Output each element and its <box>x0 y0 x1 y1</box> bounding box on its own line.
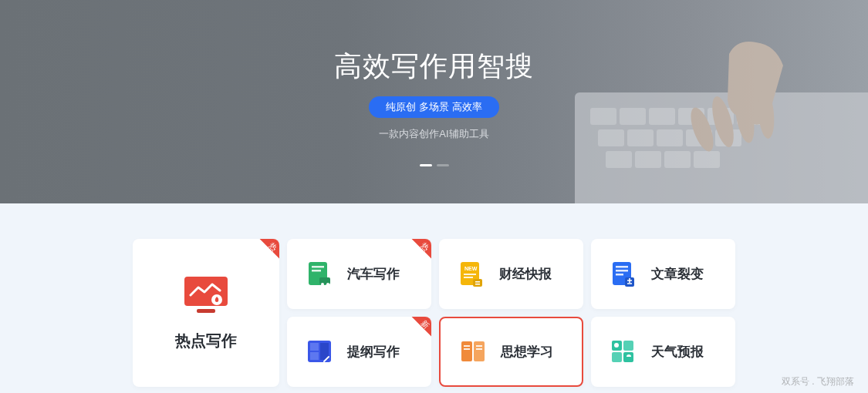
featured-card-hot-writing[interactable]: 热 热点写作 <box>133 239 279 387</box>
svg-rect-38 <box>616 270 628 272</box>
analytics-monitor-icon <box>183 275 229 315</box>
card-article-split[interactable]: 文章裂变 <box>591 239 735 309</box>
card-label: 提纲写作 <box>347 343 400 361</box>
svg-rect-33 <box>473 279 482 287</box>
book-icon <box>459 338 487 366</box>
svg-point-28 <box>326 283 329 286</box>
svg-rect-49 <box>476 345 482 347</box>
card-finance-news[interactable]: NEW 财经快报 <box>439 239 583 309</box>
svg-rect-1 <box>590 108 616 125</box>
hot-badge: 热 <box>252 239 279 267</box>
document-split-icon <box>610 260 637 288</box>
svg-rect-39 <box>616 274 623 276</box>
svg-rect-52 <box>623 341 633 351</box>
card-label: 汽车写作 <box>347 265 400 283</box>
hot-badge: 热 <box>404 239 431 267</box>
hero-subtitle: 一款内容创作AI辅助工具 <box>379 127 488 141</box>
svg-rect-21 <box>197 309 215 313</box>
watermark-text: 双系号 . 飞翔部落 <box>782 375 854 388</box>
card-label: 文章裂变 <box>651 265 704 283</box>
card-weather-forecast[interactable]: 天气预报 <box>591 317 735 387</box>
carousel-dot-2[interactable] <box>437 164 449 166</box>
svg-rect-15 <box>694 151 720 168</box>
svg-rect-25 <box>312 270 321 272</box>
carousel-dots[interactable] <box>420 164 449 166</box>
svg-rect-50 <box>476 348 482 350</box>
card-auto-writing[interactable]: 热 汽车写作 <box>287 239 431 309</box>
hero-title: 高效写作用智搜 <box>334 48 534 86</box>
hero-tagline-pill: 纯原创 多场景 高效率 <box>369 96 498 118</box>
svg-rect-31 <box>464 274 476 275</box>
card-grid: 热 汽车写作 NEW 财经快报 <box>287 239 735 387</box>
svg-rect-45 <box>461 341 472 361</box>
svg-rect-9 <box>657 129 683 146</box>
svg-rect-37 <box>616 266 628 268</box>
svg-point-55 <box>614 343 619 348</box>
document-car-icon <box>306 260 333 288</box>
hero-illustration <box>544 0 868 203</box>
svg-rect-53 <box>612 352 622 362</box>
card-label: 思想学习 <box>501 343 553 361</box>
weather-tiles-icon <box>610 338 637 366</box>
svg-rect-13 <box>635 151 661 168</box>
svg-rect-2 <box>620 108 646 125</box>
svg-rect-24 <box>312 266 324 268</box>
hero-banner: 高效写作用智搜 纯原创 多场景 高效率 一款内容创作AI辅助工具 <box>0 0 868 203</box>
carousel-dot-1[interactable] <box>420 164 432 166</box>
new-badge: 新 <box>404 317 431 344</box>
svg-text:NEW: NEW <box>464 266 478 271</box>
svg-rect-35 <box>475 284 480 285</box>
svg-rect-47 <box>464 345 470 347</box>
card-label: 财经快报 <box>499 265 552 283</box>
svg-rect-3 <box>649 108 675 125</box>
card-thought-study[interactable]: 思想学习 <box>439 317 583 387</box>
svg-rect-34 <box>475 281 480 283</box>
svg-rect-48 <box>464 348 470 350</box>
featured-card-label: 热点写作 <box>175 331 237 351</box>
svg-rect-8 <box>627 129 654 146</box>
svg-rect-12 <box>606 151 632 168</box>
svg-rect-14 <box>664 151 691 168</box>
card-label: 天气预报 <box>651 343 704 361</box>
card-outline-writing[interactable]: 新 提纲写作 <box>287 317 431 387</box>
svg-rect-7 <box>598 129 624 146</box>
category-cards: 热 热点写作 热 汽车写作 NEW <box>0 203 868 387</box>
svg-rect-42 <box>310 343 319 351</box>
svg-rect-44 <box>310 352 319 360</box>
svg-rect-32 <box>464 277 473 278</box>
svg-point-27 <box>321 283 324 286</box>
svg-rect-54 <box>623 352 633 362</box>
layout-grid-icon <box>306 338 333 366</box>
news-document-icon: NEW <box>458 260 485 288</box>
svg-rect-46 <box>474 341 485 361</box>
